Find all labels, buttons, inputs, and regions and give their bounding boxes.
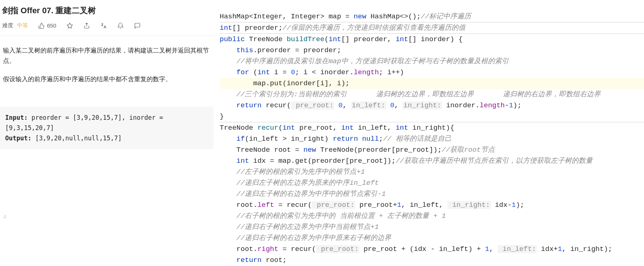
code-line: //左子树的根的索引为先序中的根节点+1: [220, 168, 365, 176]
trail-char: 」: [0, 212, 217, 219]
bell-icon: [117, 22, 124, 29]
code-line: //三个索引分别为:当前根的的索引 递归树的左边界，即数组左边界 递归树的右边界…: [220, 90, 601, 98]
code-line: //递归左子树的右边界为中序中的根节点索引-1: [220, 190, 386, 198]
like-button[interactable]: 650: [38, 22, 56, 29]
divider: [0, 36, 217, 36]
code-line: return recur( pre_root: 0, in_left: 0, i…: [220, 101, 522, 109]
feedback-button[interactable]: [134, 22, 141, 29]
problem-title: 剑指 Offer 07. 重建二叉树: [0, 5, 217, 21]
difficulty-label: 难度: [2, 22, 13, 29]
code-line: root.right = recur( pre_root: pre_root +…: [220, 245, 612, 253]
code-line: //将中序遍历的值及索引放在map中，方便递归时获取左子树与右子树的数量及根的索…: [220, 57, 509, 65]
star-icon: [66, 22, 73, 29]
code-line: }: [220, 111, 644, 122]
problem-description: 输入某二叉树的前序遍历和中序遍历的结果，请构建该二叉树并返回其根节点。 假设输入…: [0, 46, 217, 85]
bell-button[interactable]: [117, 22, 124, 29]
code-line: for (int i = 0; i < inorder.length; i++): [220, 68, 404, 76]
code-line: public TreeNode buildTree(int[] preorder…: [220, 35, 463, 43]
difficulty: 难度 中等: [2, 22, 28, 29]
desc-para-2: 假设输入的前序遍历和中序遍历的结果中都不含重复的数字。: [3, 74, 214, 85]
feedback-icon: [134, 22, 141, 29]
problem-meta: 难度 中等 650: [0, 21, 217, 36]
output-label: Output:: [5, 134, 32, 142]
code-line: TreeNode recur(int pre_root, int in_left…: [220, 124, 454, 132]
code-line: int idx = map.get(preorder[pre_root]);//…: [220, 157, 593, 165]
code-line: root.left = recur( pre_root: pre_root+1,…: [220, 201, 524, 209]
problem-panel: 剑指 Offer 07. 重建二叉树 难度 中等 650: [0, 0, 217, 266]
favorite-button[interactable]: [66, 22, 73, 29]
code-line: //递归左子树的左边界为原来的中序in_left: [220, 179, 379, 187]
code-line: HashMap<Integer, Integer> map = new Hash…: [220, 11, 644, 22]
share-icon: [83, 22, 90, 29]
translate-icon: [100, 22, 107, 29]
desc-para-1: 输入某二叉树的前序遍历和中序遍历的结果，请构建该二叉树并返回其根节点。: [3, 46, 214, 66]
input-label: Input:: [5, 114, 28, 121]
code-line: //右子树的根的索引为先序中的 当前根位置 + 左子树的数量 + 1: [220, 212, 446, 220]
like-count: 650: [47, 22, 56, 29]
share-button[interactable]: [83, 22, 90, 29]
thumb-up-icon: [38, 22, 45, 29]
output-text: [3,9,20,null,null,15,7]: [32, 134, 122, 142]
input-text: preorder = [3,9,20,15,7], inorder = [9,3…: [5, 114, 163, 132]
code-line: //递归右子树的右边界为中序中原来右子树的边界: [220, 234, 391, 242]
code-line: TreeNode root = new TreeNode(preorder[pr…: [220, 146, 495, 154]
code-panel: HashMap<Integer, Integer> map = new Hash…: [217, 0, 644, 266]
code-line: return root;: [220, 256, 287, 264]
code-line: int[] preorder;//保留的先序遍历，方便递归时依据索引查看先序遍历…: [220, 22, 644, 34]
translate-button[interactable]: [100, 22, 107, 29]
code-line: //递归右子树的左边界为中序中当前根节点+1: [220, 223, 379, 231]
code-line-highlight: map.put(inorder[i], i);: [220, 78, 644, 89]
example-block: Input: preorder = [3,9,20,15,7], inorder…: [0, 107, 214, 149]
code-line: this.preorder = preorder;: [220, 46, 341, 54]
difficulty-value: 中等: [17, 22, 28, 29]
code-line: if(in_left > in_right) return null;// 相等…: [220, 135, 451, 143]
